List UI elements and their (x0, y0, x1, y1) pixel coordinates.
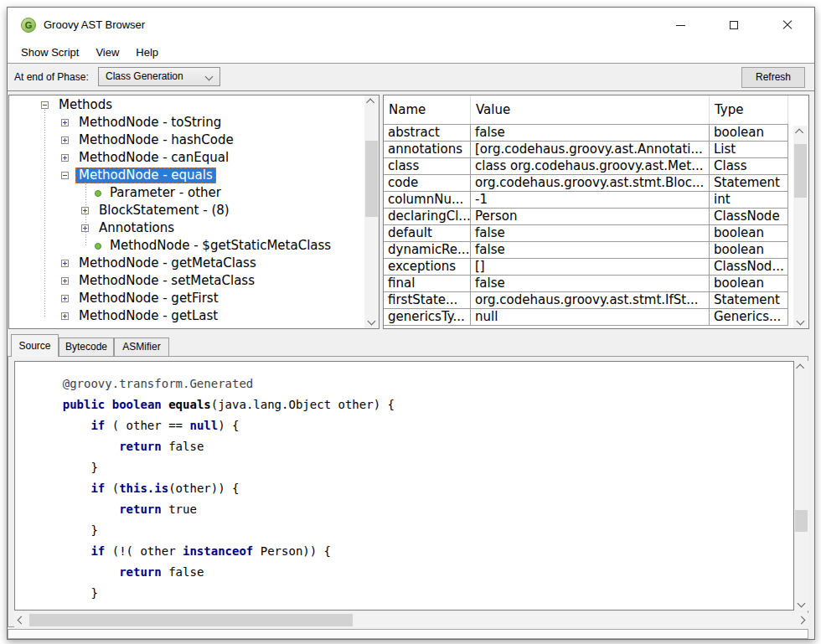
column-header-type[interactable]: Type (710, 95, 788, 124)
scroll-up-button[interactable] (364, 95, 379, 110)
tree-expand-handle[interactable] (81, 207, 89, 214)
table-cell[interactable]: null (471, 309, 710, 326)
tree-expand-handle[interactable] (61, 260, 69, 267)
tree-row[interactable]: MethodNode - hashCode (9, 131, 364, 149)
scroll-down-button[interactable] (364, 314, 379, 328)
table-cell[interactable]: genericsTy... (384, 309, 471, 326)
close-button[interactable] (761, 8, 814, 43)
column-header-value[interactable]: Value (471, 95, 710, 124)
table-cell[interactable]: List (710, 142, 788, 158)
table-row[interactable]: abstractfalseboolean (384, 125, 788, 142)
table-cell[interactable]: boolean (710, 276, 788, 292)
tree-row[interactable]: BlockStatement - (8) (9, 202, 364, 219)
table-row[interactable]: exceptions[]ClassNod... (384, 259, 788, 276)
tab-asmifier[interactable]: ASMifier (114, 337, 169, 357)
table-cell[interactable]: dynamicRe... (384, 242, 471, 259)
scroll-down-button[interactable] (793, 314, 808, 328)
code-vertical-scrollbar[interactable] (794, 361, 808, 611)
table-vertical-scrollbar[interactable] (793, 126, 808, 328)
table-row[interactable]: declaringCl...PersonClassNode (384, 209, 788, 225)
table-cell[interactable]: ClassNod... (710, 259, 788, 276)
tree-expand-handle[interactable] (81, 224, 89, 232)
table-row[interactable]: firstState...org.codehaus.groovy.ast.stm… (384, 292, 788, 309)
tree-row[interactable]: MethodNode - canEqual (9, 149, 364, 167)
tree-collapse-handle[interactable] (41, 101, 49, 109)
tree-row[interactable]: MethodNode - toString (9, 114, 364, 131)
table-cell[interactable]: Generics... (710, 309, 788, 326)
table-row[interactable]: columnNu...-1int (384, 192, 788, 209)
table-cell[interactable]: boolean (710, 225, 788, 242)
minimize-button[interactable] (653, 8, 707, 43)
tab-bytecode[interactable]: Bytecode (59, 337, 114, 357)
scroll-left-button[interactable] (14, 613, 28, 627)
tree-collapse-handle[interactable] (61, 172, 69, 179)
tree-expand-handle[interactable] (61, 154, 69, 162)
scroll-up-button[interactable] (794, 361, 808, 375)
scrollbar-thumb[interactable] (365, 141, 378, 217)
tree-row[interactable]: MethodNode - $getStaticMetaClass (9, 237, 364, 255)
scroll-down-button[interactable] (794, 596, 808, 611)
scrollbar-thumb[interactable] (794, 144, 807, 198)
table-cell[interactable]: Class (710, 158, 788, 175)
table-cell[interactable]: Statement (710, 292, 788, 309)
tree-expand-handle[interactable] (61, 277, 69, 285)
table-cell[interactable]: class org.codehaus.groovy.ast.Met... (471, 158, 710, 175)
code-horizontal-scrollbar[interactable] (14, 613, 808, 627)
scroll-right-button[interactable] (794, 613, 808, 627)
tree-row[interactable]: MethodNode - getMetaClass (9, 255, 364, 272)
table-cell[interactable]: final (384, 276, 471, 292)
table-row[interactable]: genericsTy...nullGenerics... (384, 309, 788, 326)
tree-row[interactable]: Parameter - other (9, 184, 364, 202)
table-row[interactable]: dynamicRe...falseboolean (384, 242, 788, 259)
table-cell[interactable]: class (384, 158, 471, 175)
maximize-button[interactable] (707, 8, 761, 43)
table-row[interactable]: defaultfalseboolean (384, 225, 788, 242)
table-cell[interactable]: Statement (710, 175, 788, 192)
table-cell[interactable]: false (471, 276, 710, 292)
tree-row[interactable]: Methods (9, 96, 364, 114)
tree-expand-handle[interactable] (61, 295, 69, 302)
table-cell[interactable]: declaringCl... (384, 209, 471, 225)
table-cell[interactable]: false (471, 125, 710, 142)
table-cell[interactable]: Person (471, 209, 710, 225)
table-cell[interactable]: default (384, 225, 471, 242)
table-row[interactable]: annotations[org.codehaus.groovy.ast.Anno… (384, 142, 788, 158)
table-cell[interactable]: -1 (471, 192, 710, 209)
scrollbar-thumb[interactable] (795, 510, 808, 532)
tree-expand-handle[interactable] (61, 119, 69, 126)
table-cell[interactable]: abstract (384, 125, 471, 142)
table-cell[interactable]: firstState... (384, 292, 471, 309)
scrollbar-thumb[interactable] (29, 614, 353, 626)
tree-row[interactable]: Annotations (9, 219, 364, 237)
table-cell[interactable]: boolean (710, 125, 788, 142)
table-cell[interactable]: annotations (384, 142, 471, 158)
tab-source[interactable]: Source (11, 334, 59, 357)
phase-dropdown[interactable]: Class Generation (98, 67, 220, 86)
tree-row[interactable]: MethodNode - equals (9, 167, 364, 184)
table-cell[interactable]: [org.codehaus.groovy.ast.Annotati... (471, 142, 710, 158)
menu-item-help[interactable]: Help (127, 43, 167, 63)
table-row[interactable]: classclass org.codehaus.groovy.ast.Met..… (384, 158, 788, 175)
column-header-name[interactable]: Name (384, 95, 471, 124)
table-cell[interactable]: code (384, 175, 471, 192)
table-cell[interactable]: columnNu... (384, 192, 471, 209)
menu-item-view[interactable]: View (87, 43, 127, 63)
table-cell[interactable]: exceptions (384, 259, 471, 276)
tree-row[interactable]: MethodNode - getLast (9, 307, 364, 325)
table-cell[interactable]: org.codehaus.groovy.ast.stmt.IfSt... (471, 292, 710, 309)
table-row[interactable]: codeorg.codehaus.groovy.ast.stmt.Bloc...… (384, 175, 788, 192)
table-cell[interactable]: int (710, 192, 788, 209)
table-cell[interactable]: boolean (710, 242, 788, 259)
tree-vertical-scrollbar[interactable] (364, 95, 379, 328)
table-cell[interactable]: false (471, 242, 710, 259)
table-cell[interactable]: ClassNode (710, 209, 788, 225)
refresh-button[interactable]: Refresh (741, 67, 805, 88)
table-cell[interactable]: org.codehaus.groovy.ast.stmt.Bloc... (471, 175, 710, 192)
tree-row[interactable]: MethodNode - getFirst (9, 290, 364, 307)
table-row[interactable]: finalfalseboolean (384, 276, 788, 292)
scroll-up-button[interactable] (793, 126, 808, 140)
tree-expand-handle[interactable] (61, 137, 69, 144)
tree-row[interactable]: MethodNode - setMetaClass (9, 272, 364, 290)
menu-item-show-script[interactable]: Show Script (13, 43, 87, 63)
table-cell[interactable]: false (471, 225, 710, 242)
